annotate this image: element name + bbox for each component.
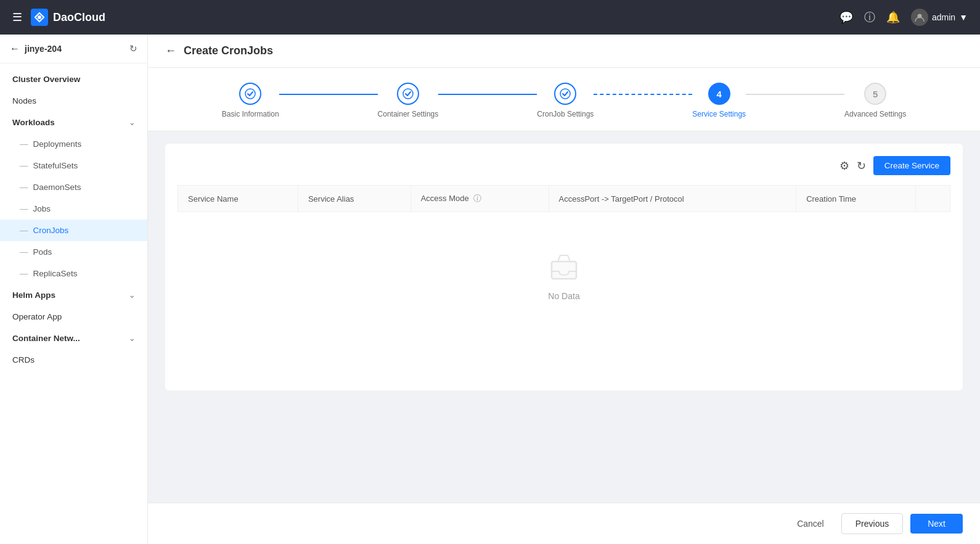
col-service-alias: Service Alias	[298, 186, 410, 212]
steps-container: Basic Information Container Settings	[148, 68, 980, 131]
col-label-access-mode: Access Mode	[421, 194, 469, 203]
refresh-table-icon[interactable]: ↻	[857, 159, 866, 173]
step-label-2: Container Settings	[378, 110, 439, 118]
sidebar-item-container-netw[interactable]: Container Netw... ⌄	[0, 328, 147, 349]
top-navigation: ☰ DaoCloud 💬 ⓘ 🔔 admin ▼	[0, 0, 980, 35]
sidebar-item-cronjobs[interactable]: —CronJobs	[0, 220, 147, 241]
step-label-3: CronJob Settings	[537, 110, 594, 118]
back-arrow-icon: ←	[10, 43, 20, 54]
footer: Cancel Previous Next	[148, 503, 980, 544]
step-circle-4: 4	[708, 83, 730, 105]
step-label-5: Advanced Settings	[844, 110, 906, 118]
cancel-button[interactable]: Cancel	[787, 514, 834, 534]
step-circle-2	[397, 83, 419, 105]
steps: Basic Information Container Settings	[222, 83, 906, 118]
col-access-port: AccessPort -> TargetPort / Protocol	[549, 186, 796, 212]
avatar	[911, 9, 928, 26]
col-creation-time: Creation Time	[796, 186, 916, 212]
empty-state-icon	[547, 249, 581, 284]
page-header: ← Create CronJobs	[148, 35, 980, 68]
previous-button[interactable]: Previous	[841, 513, 903, 534]
col-label-service-alias: Service Alias	[308, 194, 354, 204]
access-mode-help-icon[interactable]: ⓘ	[473, 194, 481, 203]
step-label-4: Service Settings	[692, 110, 746, 118]
step-cronjob-settings: CronJob Settings	[537, 83, 594, 118]
sidebar-label-operator-app: Operator App	[12, 312, 62, 321]
help-icon[interactable]: ⓘ	[864, 10, 875, 25]
sidebar-label-pods: Pods	[33, 247, 52, 257]
col-label-service-name: Service Name	[188, 194, 239, 204]
container-netw-chevron-icon: ⌄	[129, 334, 135, 343]
sidebar-item-helm-apps[interactable]: Helm Apps ⌄	[0, 284, 147, 306]
step-advanced-settings: 5 Advanced Settings	[844, 83, 906, 118]
sidebar-header: ← jinye-204 ↻	[0, 35, 147, 64]
next-button[interactable]: Next	[910, 514, 963, 534]
main-content: ← Create CronJobs Basic Information	[148, 35, 980, 544]
panel-toolbar: ⚙ ↻ Create Service	[178, 156, 950, 175]
step-connector-3	[594, 94, 692, 95]
refresh-icon[interactable]: ↻	[129, 43, 137, 54]
user-chevron-icon: ▼	[959, 12, 968, 22]
step-circle-5: 5	[864, 83, 886, 105]
sidebar-nav: Cluster Overview Nodes Workloads ⌄ —Depl…	[0, 64, 147, 544]
service-table: Service Name Service Alias Access Mode ⓘ…	[178, 185, 950, 338]
sidebar-item-replicasets[interactable]: —ReplicaSets	[0, 263, 147, 284]
username: admin	[932, 12, 955, 22]
sidebar-item-nodes[interactable]: Nodes	[0, 90, 147, 112]
sidebar-label-replicasets: ReplicaSets	[33, 269, 78, 278]
inner-content: ⚙ ↻ Create Service Service Name Service …	[148, 131, 980, 503]
sidebar: ← jinye-204 ↻ Cluster Overview Nodes Wor…	[0, 35, 148, 544]
sidebar-label-statefulsets: StatefulSets	[33, 161, 78, 170]
sidebar-item-workloads[interactable]: Workloads ⌄	[0, 112, 147, 133]
service-panel: ⚙ ↻ Create Service Service Name Service …	[165, 144, 963, 390]
sidebar-item-operator-app[interactable]: Operator App	[0, 306, 147, 328]
svg-point-3	[245, 89, 255, 99]
step-number-5: 5	[873, 89, 878, 99]
sidebar-label-nodes: Nodes	[12, 96, 36, 105]
col-label-creation-time: Creation Time	[806, 194, 856, 204]
sidebar-label-container-netw: Container Netw...	[12, 334, 80, 343]
step-label-1: Basic Information	[222, 110, 279, 118]
settings-icon[interactable]: ⚙	[839, 159, 849, 173]
empty-state: No Data	[178, 212, 950, 338]
chat-icon[interactable]: 💬	[839, 10, 853, 24]
hamburger-icon[interactable]: ☰	[12, 10, 22, 24]
sidebar-label-workloads: Workloads	[12, 118, 55, 127]
step-connector-2	[438, 94, 537, 95]
cluster-name: jinye-204	[25, 44, 62, 54]
step-circle-1	[239, 83, 261, 105]
svg-point-1	[38, 15, 41, 19]
sidebar-item-crds[interactable]: CRDs	[0, 349, 147, 371]
step-connector-1	[279, 94, 378, 95]
sidebar-item-statefulsets[interactable]: —StatefulSets	[0, 155, 147, 176]
empty-state-text: No Data	[548, 291, 579, 301]
logo: DaoCloud	[31, 9, 105, 26]
col-actions	[915, 186, 950, 212]
page-title: Create CronJobs	[184, 44, 273, 57]
step-service-settings: 4 Service Settings	[692, 83, 746, 118]
svg-point-5	[560, 89, 570, 99]
user-menu[interactable]: admin ▼	[911, 9, 968, 26]
page-back-arrow-icon[interactable]: ←	[165, 44, 176, 57]
sidebar-label-cluster-overview: Cluster Overview	[12, 75, 80, 84]
step-container-settings: Container Settings	[378, 83, 439, 118]
create-service-button[interactable]: Create Service	[873, 156, 950, 175]
logo-text: DaoCloud	[53, 11, 105, 24]
sidebar-item-deployments[interactable]: —Deployments	[0, 133, 147, 155]
sidebar-item-daemonsets[interactable]: —DaemonSets	[0, 176, 147, 198]
sidebar-label-helm-apps: Helm Apps	[12, 291, 55, 300]
step-circle-3	[554, 83, 576, 105]
step-basic-info: Basic Information	[222, 83, 279, 118]
step-connector-4	[746, 94, 844, 95]
col-access-mode: Access Mode ⓘ	[410, 186, 549, 212]
sidebar-label-daemonsets: DaemonSets	[33, 183, 81, 192]
sidebar-label-jobs: Jobs	[33, 204, 51, 213]
col-label-access-port: AccessPort -> TargetPort / Protocol	[559, 194, 684, 204]
sidebar-item-cluster-overview[interactable]: Cluster Overview	[0, 68, 147, 90]
sidebar-item-jobs[interactable]: —Jobs	[0, 198, 147, 220]
cluster-back[interactable]: ← jinye-204	[10, 43, 62, 54]
bell-icon[interactable]: 🔔	[886, 10, 900, 24]
sidebar-item-pods[interactable]: —Pods	[0, 241, 147, 263]
step-number-4: 4	[717, 89, 722, 99]
sidebar-label-cronjobs: CronJobs	[33, 226, 69, 235]
